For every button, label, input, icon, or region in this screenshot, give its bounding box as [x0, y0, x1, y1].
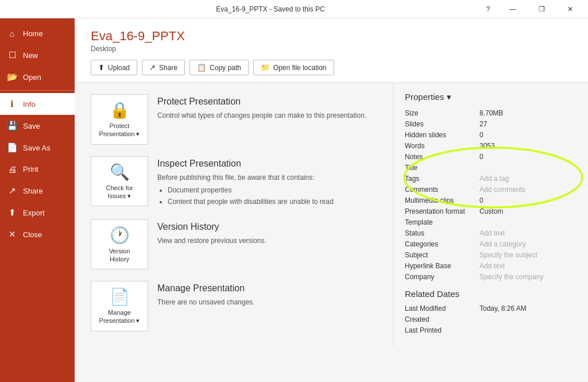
sidebar-item-label: Home [23, 29, 43, 38]
prop-row-status[interactable]: Status Add text [405, 229, 577, 237]
prop-row-last-modified: Last Modified Today, 8:26 AM [405, 304, 577, 312]
file-location: Desktop [91, 45, 572, 53]
file-header: Eva_16-9_PPTX Desktop ⬆ Upload ↗ Share 📋… [75, 18, 588, 83]
sidebar-item-label: Info [23, 100, 36, 109]
sidebar-item-new[interactable]: ☐ New [0, 44, 75, 66]
open-location-label: Open file location [273, 64, 327, 72]
protect-text: Protect Presentation Control what types … [157, 94, 377, 121]
version-icon-box[interactable]: 🕐 VersionHistory [91, 219, 148, 270]
copy-icon: 📋 [197, 63, 206, 72]
manage-heading: Manage Presentation [157, 283, 377, 294]
sidebar-item-home[interactable]: ⌂ Home [0, 23, 75, 44]
version-section: 🕐 VersionHistory Version History View an… [91, 219, 377, 270]
close-doc-icon: ✕ [7, 229, 17, 240]
file-title: Eva_16-9_PPTX [91, 29, 572, 44]
lock-icon: 🔒 [110, 101, 130, 119]
close-window-button[interactable]: ✕ [557, 0, 583, 18]
version-icon-label: VersionHistory [109, 247, 130, 264]
sidebar-item-save[interactable]: 💾 Save [0, 115, 75, 137]
inspect-icon: 🔍 [110, 163, 130, 182]
prop-row-hyperlink[interactable]: Hyperlink Base Add text [405, 262, 577, 270]
manage-icon: 📄 [110, 287, 130, 306]
prop-row-company[interactable]: Company Specify the company [405, 273, 577, 281]
prop-row-hidden-slides: Hidden slides 0 [405, 131, 577, 139]
manage-icon-box[interactable]: 📄 ManagePresentation ▾ [91, 281, 148, 331]
sidebar-item-label: Share [23, 187, 43, 195]
new-icon: ☐ [7, 50, 17, 60]
minimize-button[interactable]: — [500, 0, 526, 18]
sidebar-item-print[interactable]: 🖨 Print [0, 159, 75, 180]
main-split: 🔒 ProtectPresentation ▾ Protect Presenta… [75, 83, 588, 382]
prop-row-size: Size 8.70MB [405, 109, 577, 117]
title-bar-title: Eva_16-9_PPTX - Saved to this PC [62, 5, 479, 13]
sidebar-item-label: Save As [23, 144, 51, 152]
sidebar-item-save-as[interactable]: 📄 Save As [0, 137, 75, 159]
properties-heading: Properties ▾ [405, 92, 577, 102]
copy-path-button[interactable]: 📋 Copy path [189, 60, 249, 75]
manage-icon-label: ManagePresentation ▾ [99, 308, 140, 325]
prop-row-tags[interactable]: Tags Add a tag [405, 175, 577, 183]
prop-row-last-printed: Last Printed [405, 326, 577, 334]
upload-button[interactable]: ⬆ Upload [91, 60, 137, 75]
right-panel: Properties ▾ Size 8.70MB Slides 27 [393, 83, 588, 346]
sidebar: ⌂ Home ☐ New 📂 Open ℹ Info 💾 Save 📄 Save… [0, 18, 75, 382]
sidebar-item-share[interactable]: ↗ Share [0, 180, 75, 202]
protect-section: 🔒 ProtectPresentation ▾ Protect Presenta… [91, 94, 377, 145]
restore-button[interactable]: ❐ [528, 0, 555, 18]
folder-icon: 📂 [7, 72, 17, 82]
sidebar-top: ⌂ Home ☐ New 📂 Open [0, 18, 75, 90]
prop-row-slides: Slides 27 [405, 120, 577, 128]
save-as-icon: 📄 [7, 142, 17, 153]
right-panel-wrapper: Properties ▾ Size 8.70MB Slides 27 [393, 83, 588, 382]
open-location-button[interactable]: 📁 Open file location [253, 60, 334, 75]
protect-desc: Control what types of changes people can… [157, 110, 377, 121]
share-icon: ↗ [7, 186, 17, 196]
share-label: Share [159, 64, 177, 72]
version-text: Version History View and restore previou… [157, 219, 377, 246]
properties-rows: Size 8.70MB Slides 27 Hidden slides 0 [405, 109, 577, 281]
prop-row-comments[interactable]: Comments Add comments [405, 186, 577, 194]
version-desc: View and restore previous versions. [157, 236, 377, 246]
sidebar-item-label: Close [23, 230, 42, 239]
inspect-text: Inspect Presentation Before publishing t… [157, 156, 377, 208]
history-icon: 🕐 [110, 226, 130, 245]
sidebar-item-label: New [23, 51, 38, 60]
prop-row-notes: Notes 0 [405, 153, 577, 161]
manage-desc: There are no unsaved changes. [157, 297, 377, 307]
prop-row-multimedia: Multimedia clips 0 [405, 196, 577, 204]
version-heading: Version History [157, 222, 377, 232]
home-icon: ⌂ [7, 29, 17, 38]
sidebar-item-export[interactable]: ⬆ Export [0, 202, 75, 223]
prop-row-template: Template [405, 218, 577, 226]
inspect-icon-box[interactable]: 🔍 Check forIssues ▾ [91, 156, 148, 207]
manage-section: 📄 ManagePresentation ▾ Manage Presentati… [91, 281, 377, 331]
list-item: Document properties [168, 185, 377, 195]
export-icon: ⬆ [7, 207, 17, 218]
inspect-icon-label: Check forIssues ▾ [106, 184, 133, 200]
list-item: Content that people with disabilities ar… [168, 196, 377, 207]
prop-row-categories[interactable]: Categories Add a category [405, 240, 577, 248]
share-button[interactable]: ↗ Share [142, 60, 185, 75]
upload-icon: ⬆ [98, 63, 105, 72]
sidebar-item-open[interactable]: 📂 Open [0, 66, 75, 88]
help-button[interactable]: ? [479, 0, 497, 18]
inspect-list: Document properties Content that people … [157, 185, 377, 207]
sidebar-item-close[interactable]: ✕ Close [0, 223, 75, 245]
inspect-section: 🔍 Check forIssues ▾ Inspect Presentation… [91, 156, 377, 208]
protect-icon-box[interactable]: 🔒 ProtectPresentation ▾ [91, 94, 148, 145]
prop-row-title: Title [405, 164, 577, 172]
manage-text: Manage Presentation There are no unsaved… [157, 281, 377, 307]
sidebar-item-label: Print [23, 165, 38, 173]
info-icon: ℹ [7, 99, 17, 109]
sidebar-item-label: Open [23, 73, 41, 82]
prop-row-subject[interactable]: Subject Specify the subject [405, 251, 577, 259]
inspect-desc: Before publishing this file, be aware th… [157, 172, 377, 207]
file-actions: ⬆ Upload ↗ Share 📋 Copy path 📁 Open file… [91, 60, 572, 75]
folder-open-icon: 📁 [261, 63, 270, 72]
sidebar-item-info[interactable]: ℹ Info [0, 93, 75, 115]
print-icon: 🖨 [7, 164, 17, 174]
protect-heading: Protect Presentation [157, 97, 377, 107]
sidebar-item-label: Save [23, 122, 40, 130]
left-panel: 🔒 ProtectPresentation ▾ Protect Presenta… [75, 83, 393, 382]
copy-path-label: Copy path [210, 64, 241, 72]
